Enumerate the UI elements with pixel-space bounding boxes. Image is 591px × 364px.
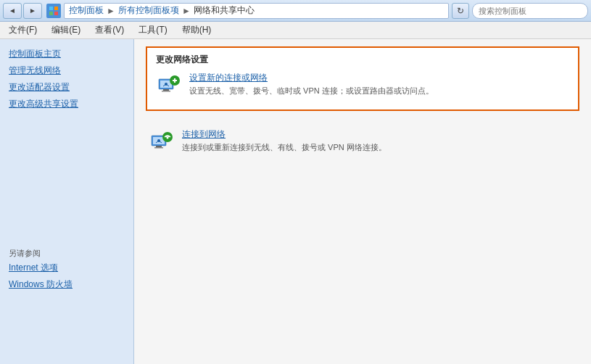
breadcrumb-part2[interactable]: 所有控制面板项 <box>118 4 179 17</box>
svg-rect-10 <box>174 78 175 83</box>
back-icon: ◄ <box>9 7 16 15</box>
breadcrumb-bar: 控制面板 ► 所有控制面板项 ► 网络和共享中心 <box>64 3 449 19</box>
menu-view[interactable]: 查看(V) <box>92 22 127 38</box>
svg-rect-3 <box>54 12 58 15</box>
sidebar-link-sharing[interactable]: 更改高级共享设置 <box>9 98 125 110</box>
sidebar-link-adapter[interactable]: 更改适配器设置 <box>9 81 125 94</box>
nav-buttons: ◄ ► <box>3 3 42 19</box>
network-settings-section: 更改网络设置 <box>146 46 579 111</box>
setup-connection-title[interactable]: 设置新的连接或网络 <box>189 72 569 84</box>
sidebar-link-internet[interactable]: Internet 选项 <box>9 262 125 274</box>
svg-rect-7 <box>162 91 170 92</box>
connect-network-desc: 连接到或重新连接到无线、有线、拨号或 VPN 网络连接。 <box>182 142 576 153</box>
title-bar: ◄ ► 控制面板 ► 所有控制面板项 ► 网络和共享中心 ↻ <box>0 0 591 22</box>
sidebar-main-section: 控制面板主页 管理无线网络 更改适配器设置 更改高级共享设置 <box>0 45 133 117</box>
connect-network-svg <box>150 130 173 153</box>
svg-rect-16 <box>156 146 162 147</box>
control-panel-icon <box>46 4 61 18</box>
breadcrumb-sep2: ► <box>182 6 191 16</box>
sidebar-link-firewall[interactable]: Windows 防火墙 <box>9 278 125 291</box>
svg-rect-2 <box>49 12 53 15</box>
setup-connection-item: 设置新的连接或网络 设置无线、宽带、拨号、临时或 VPN 连接；或设置路由器或访… <box>156 72 569 98</box>
forward-button[interactable]: ► <box>23 3 42 19</box>
connect-network-title[interactable]: 连接到网络 <box>182 128 576 141</box>
forward-icon: ► <box>29 7 36 15</box>
connect-network-section: 连接到网络 连接到或重新连接到无线、有线、拨号或 VPN 网络连接。 <box>146 123 579 166</box>
search-input[interactable] <box>479 7 582 15</box>
breadcrumb-part1[interactable]: 控制面板 <box>69 4 104 17</box>
setup-connection-content: 设置新的连接或网络 设置无线、宽带、拨号、临时或 VPN 连接；或设置路由器或访… <box>189 72 569 96</box>
svg-point-19 <box>167 137 169 139</box>
setup-connection-svg <box>157 73 181 96</box>
refresh-button[interactable]: ↻ <box>452 3 469 19</box>
setup-connection-desc: 设置无线、宽带、拨号、临时或 VPN 连接；或设置路由器或访问点。 <box>189 86 569 96</box>
setup-connection-icon <box>156 72 182 98</box>
sidebar-other-title: 另请参阅 <box>9 248 125 259</box>
svg-rect-17 <box>154 147 163 149</box>
sidebar-link-wireless[interactable]: 管理无线网络 <box>9 65 125 77</box>
breadcrumb-part3: 网络和共享中心 <box>194 4 255 17</box>
sidebar: 控制面板主页 管理无线网络 更改适配器设置 更改高级共享设置 另请参阅 Inte… <box>0 39 134 364</box>
refresh-icon: ↻ <box>457 6 464 16</box>
sidebar-other-section: 另请参阅 Internet 选项 Windows 防火墙 <box>0 233 133 298</box>
sidebar-link-home[interactable]: 控制面板主页 <box>9 48 125 60</box>
cp-icon-svg <box>49 6 59 16</box>
connect-network-content: 连接到网络 连接到或重新连接到无线、有线、拨号或 VPN 网络连接。 <box>182 128 576 153</box>
connect-network-item: 连接到网络 连接到或重新连接到无线、有线、拨号或 VPN 网络连接。 <box>149 128 576 154</box>
menu-tools[interactable]: 工具(T) <box>136 22 170 38</box>
menu-help[interactable]: 帮助(H) <box>179 22 215 38</box>
back-button[interactable]: ◄ <box>3 3 22 19</box>
svg-rect-0 <box>49 7 53 10</box>
menu-bar: 文件(F) 编辑(E) 查看(V) 工具(T) 帮助(H) <box>0 22 591 39</box>
menu-edit[interactable]: 编辑(E) <box>49 22 83 38</box>
menu-file[interactable]: 文件(F) <box>6 22 40 38</box>
breadcrumb-sep1: ► <box>107 6 115 16</box>
content-area: 更改网络设置 <box>134 39 591 364</box>
section-title: 更改网络设置 <box>156 54 569 66</box>
svg-rect-6 <box>163 89 169 91</box>
svg-rect-1 <box>54 7 58 10</box>
main-layout: 控制面板主页 管理无线网络 更改适配器设置 更改高级共享设置 另请参阅 Inte… <box>0 39 591 364</box>
connect-network-icon <box>149 128 175 154</box>
search-bar[interactable] <box>472 3 588 19</box>
